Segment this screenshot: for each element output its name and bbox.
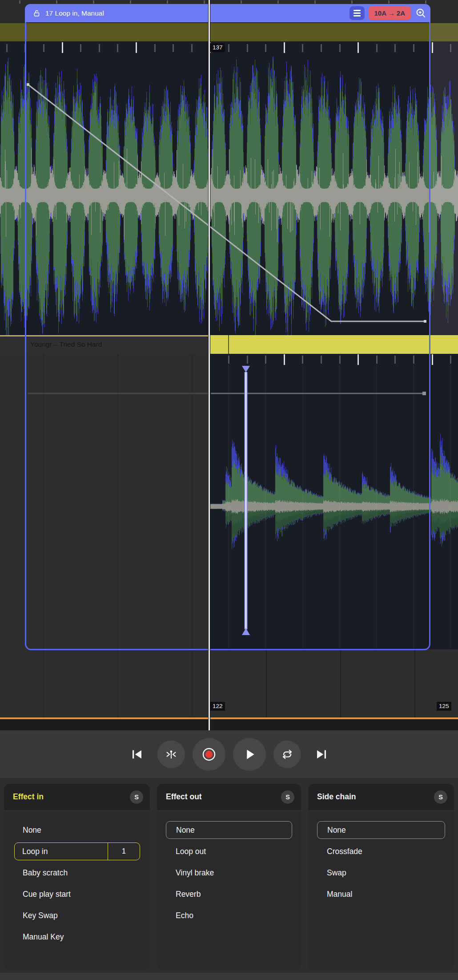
ruler-tick bbox=[450, 354, 451, 649]
panel-title: Effect out bbox=[166, 792, 281, 802]
effect-option[interactable]: Loop out bbox=[157, 841, 301, 862]
effect-option[interactable]: Echo bbox=[157, 905, 301, 926]
ruler-tick bbox=[167, 0, 168, 4]
panel-header-effect-in: Effect inS bbox=[4, 784, 150, 810]
effect-option[interactable]: None bbox=[157, 819, 301, 841]
ruler-tick bbox=[93, 0, 94, 4]
skip-forward-icon[interactable] bbox=[315, 748, 328, 761]
solo-badge[interactable]: S bbox=[434, 790, 447, 804]
selected-option-box[interactable]: Loop in1 bbox=[14, 842, 140, 860]
option-label: Loop in bbox=[15, 847, 48, 856]
ruler-tick bbox=[351, 0, 353, 4]
solo-badge[interactable]: S bbox=[130, 790, 143, 804]
option-label: Reverb bbox=[157, 890, 201, 899]
option-label: Vinyl brake bbox=[157, 868, 214, 878]
panel-title: Side chain bbox=[317, 792, 434, 802]
zoom-in-icon[interactable] bbox=[415, 7, 427, 19]
effect-option[interactable]: Manual Key bbox=[4, 926, 150, 948]
repeat-icon bbox=[281, 748, 294, 761]
ruler-tick bbox=[19, 0, 20, 4]
option-label: Echo bbox=[157, 911, 193, 920]
ruler-tick bbox=[414, 649, 415, 717]
loop-title: 17 Loop in, Manual bbox=[45, 9, 104, 17]
option-label: Cue play start bbox=[4, 890, 71, 899]
effect-option[interactable]: Swap bbox=[308, 862, 454, 883]
effect-option[interactable]: Manual bbox=[308, 883, 454, 905]
beat-snap-button[interactable] bbox=[157, 741, 185, 768]
option-label: Manual Key bbox=[4, 932, 64, 942]
loop-region-border[interactable] bbox=[25, 4, 430, 650]
top-mini-ruler bbox=[0, 0, 458, 4]
mix-editor: 137 Youngr – Tried So Hard 122 125 17 bbox=[0, 0, 458, 980]
panel-body: NoneLoop outVinyl brakeReverbEcho bbox=[157, 812, 301, 970]
option-label: Baby scratch bbox=[4, 868, 68, 878]
option-label: None bbox=[166, 826, 195, 835]
panel-body: NoneCrossfadeSwapManual bbox=[308, 812, 454, 970]
ruler-tick bbox=[388, 0, 390, 4]
ruler-tick bbox=[130, 0, 131, 4]
solo-badge[interactable]: S bbox=[281, 790, 294, 804]
transport-bar bbox=[0, 730, 458, 778]
hamburger-menu-icon[interactable] bbox=[350, 6, 365, 20]
ruler-tick bbox=[241, 0, 242, 4]
option-value[interactable]: 1 bbox=[108, 843, 140, 860]
effect-option[interactable]: Loop in1 bbox=[4, 841, 150, 862]
overview-lower-strip bbox=[0, 719, 458, 730]
ruler-tick bbox=[56, 0, 57, 4]
effect-option[interactable]: Key Swap bbox=[4, 905, 150, 926]
selected-option-box[interactable]: None bbox=[166, 821, 292, 839]
ruler-tick bbox=[277, 0, 279, 4]
effect-option[interactable]: Cue play start bbox=[4, 883, 150, 905]
option-label: Manual bbox=[308, 890, 352, 899]
playhead[interactable] bbox=[208, 0, 210, 730]
panel-title: Effect in bbox=[13, 792, 130, 802]
selected-option-box[interactable]: None bbox=[317, 821, 445, 839]
key-transition-badge[interactable]: 10A → 2A bbox=[369, 6, 411, 20]
option-label: Swap bbox=[308, 868, 346, 878]
beat-snap-icon bbox=[165, 748, 178, 761]
record-button[interactable] bbox=[193, 738, 225, 771]
bottom-bar bbox=[0, 973, 458, 980]
option-label: None bbox=[4, 826, 41, 835]
skip-back-icon[interactable] bbox=[130, 748, 144, 761]
play-icon bbox=[242, 747, 257, 762]
option-label: None bbox=[317, 826, 346, 835]
option-label: Crossfade bbox=[308, 847, 362, 856]
panel-header-side-chain: Side chainS bbox=[308, 784, 454, 810]
effect-option[interactable]: Vinyl brake bbox=[157, 862, 301, 883]
panel-body: NoneLoop in1Baby scratchCue play startKe… bbox=[4, 812, 150, 970]
effect-option[interactable]: Reverb bbox=[157, 883, 301, 905]
unlock-icon bbox=[32, 8, 41, 18]
bar-number-badge: 125 bbox=[437, 702, 451, 711]
panel-header-effect-out: Effect outS bbox=[157, 784, 301, 810]
play-button[interactable] bbox=[233, 738, 266, 771]
ruler-tick bbox=[314, 0, 316, 4]
loop-region-header[interactable]: 17 Loop in, Manual 10A → 2A bbox=[25, 4, 430, 22]
record-icon bbox=[201, 746, 217, 763]
ruler-tick bbox=[425, 0, 426, 4]
option-label: Loop out bbox=[157, 847, 206, 856]
ruler-tick bbox=[340, 649, 341, 717]
effect-option[interactable]: Crossfade bbox=[308, 841, 454, 862]
effect-option[interactable]: None bbox=[308, 819, 454, 841]
effect-option[interactable]: None bbox=[4, 819, 150, 841]
ruler-tick bbox=[204, 0, 205, 4]
ruler-tick bbox=[6, 44, 8, 52]
option-label: Key Swap bbox=[4, 911, 58, 920]
deck1-outside-loop-dim bbox=[430, 23, 458, 335]
repeat-button[interactable] bbox=[273, 741, 301, 768]
ruler-tick bbox=[432, 354, 433, 365]
bar-number-badge: 122 bbox=[210, 702, 225, 711]
effect-option[interactable]: Baby scratch bbox=[4, 862, 150, 883]
ruler-tick bbox=[266, 649, 267, 717]
